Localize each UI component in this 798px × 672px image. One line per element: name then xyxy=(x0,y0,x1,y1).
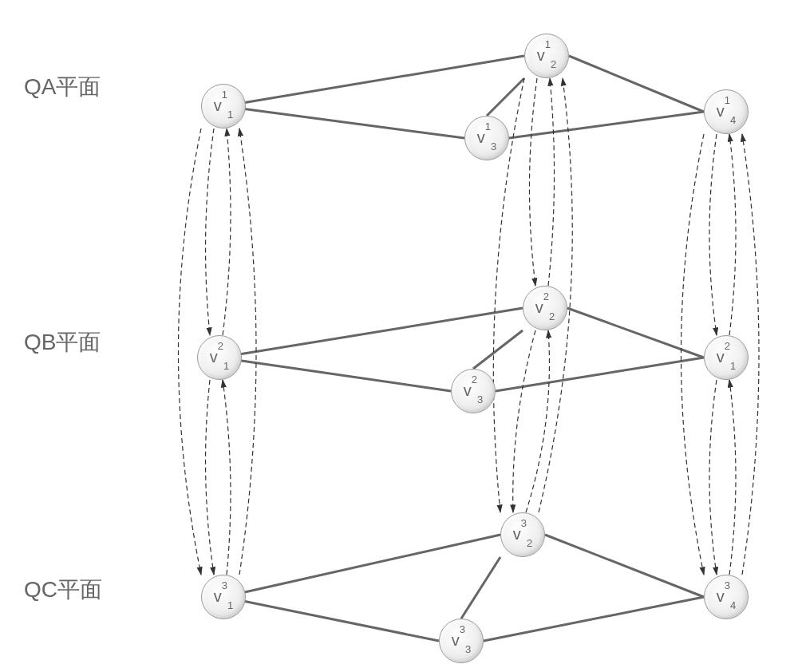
node-v3-4: v34 xyxy=(704,575,749,619)
edge-dashed xyxy=(223,380,231,575)
node-label: v22 xyxy=(535,297,555,319)
edge-dashed xyxy=(223,128,231,335)
edge-solid xyxy=(219,308,523,358)
edge-solid xyxy=(473,330,523,369)
edge-solid xyxy=(496,358,704,391)
edge-dashed xyxy=(709,380,717,575)
edge-dashed xyxy=(529,78,537,286)
graph-edges xyxy=(0,0,798,672)
edge-dashed xyxy=(709,134,717,335)
edge-solid xyxy=(487,78,524,116)
edge-solid xyxy=(219,358,451,391)
edge-solid xyxy=(223,535,500,597)
edge-dashed xyxy=(206,380,214,575)
node-v2-2: v22 xyxy=(523,286,567,330)
node-v2-4: v21 xyxy=(704,335,749,380)
node-label: v12 xyxy=(537,45,556,67)
edge-dashed xyxy=(526,330,549,512)
node-v1-4: v14 xyxy=(704,89,749,134)
node-label: v21 xyxy=(717,346,736,369)
node-label: v32 xyxy=(513,524,532,546)
node-v2-3: v23 xyxy=(451,369,496,413)
node-v3-2: v32 xyxy=(500,512,545,557)
edge-solid xyxy=(569,56,704,112)
edge-dashed xyxy=(513,330,535,512)
edge-solid xyxy=(545,535,704,597)
edge-solid xyxy=(461,557,500,619)
node-label: v34 xyxy=(717,586,736,608)
node-v1-3: v13 xyxy=(464,116,509,160)
edge-solid xyxy=(509,112,704,138)
edge-solid xyxy=(484,597,704,641)
node-label: v14 xyxy=(717,101,736,123)
edge-solid xyxy=(223,106,464,138)
node-label: v31 xyxy=(214,586,233,608)
edge-dashed xyxy=(548,78,555,286)
edge-solid xyxy=(223,56,524,106)
edge-solid xyxy=(223,597,439,641)
edge-dashed xyxy=(729,134,736,335)
node-label: v21 xyxy=(210,346,229,369)
edge-dashed xyxy=(206,128,214,335)
node-label: v33 xyxy=(452,630,471,652)
node-v1-1: v11 xyxy=(201,84,246,128)
node-v3-1: v31 xyxy=(201,575,246,619)
node-v3-3: v33 xyxy=(439,619,484,663)
node-v1-2: v12 xyxy=(524,34,569,78)
node-label: v11 xyxy=(214,95,233,117)
node-v2-1: v21 xyxy=(197,335,242,380)
edge-solid xyxy=(567,308,704,358)
edge-dashed xyxy=(729,380,736,575)
node-label: v23 xyxy=(464,380,483,402)
node-label: v13 xyxy=(477,127,496,149)
